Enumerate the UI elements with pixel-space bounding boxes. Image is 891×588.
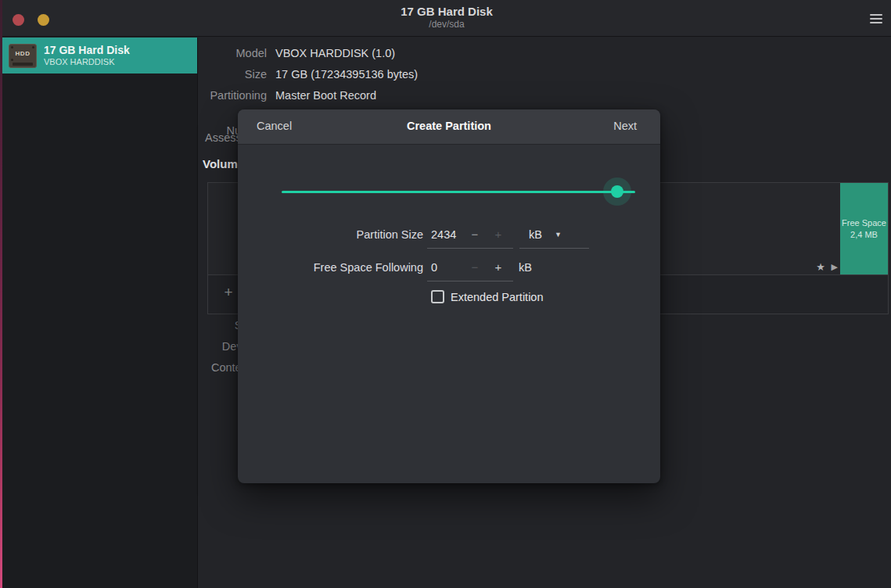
partition-size-minus-button[interactable]: − <box>467 228 483 242</box>
free-space-segment[interactable]: Free Space 2,4 MB <box>840 183 888 274</box>
extended-partition-label[interactable]: Extended Partition <box>451 290 544 304</box>
wallpaper-edge <box>0 0 2 588</box>
free-space-unit-label: kB <box>519 260 532 274</box>
device-text: 17 GB Hard Disk VBOX HARDDISK <box>44 44 130 67</box>
model-value: VBOX HARDDISK (1.0) <box>275 46 395 60</box>
unit-dropdown-value: kB <box>529 228 542 242</box>
unit-dropdown[interactable]: kB ▼ <box>519 228 589 242</box>
partition-size-slider-track[interactable] <box>282 191 635 193</box>
disks-app-window: 17 GB Hard Disk /dev/sda HDD 17 GB Hard … <box>0 0 891 588</box>
hamburger-menu-icon[interactable] <box>870 14 882 23</box>
headerbar: 17 GB Hard Disk /dev/sda <box>2 0 891 37</box>
device-subtitle: VBOX HARDDISK <box>44 57 130 67</box>
free-space-plus-button[interactable]: + <box>490 260 506 274</box>
create-partition-dialog: Cancel Create Partition Next Partition S… <box>238 109 660 483</box>
chevron-down-icon: ▼ <box>555 231 562 238</box>
free-space-underline <box>427 281 513 281</box>
partition-size-label: Partition Size <box>238 228 423 242</box>
size-label: Size <box>199 67 267 81</box>
partition-size-plus-button[interactable]: + <box>490 228 506 242</box>
free-space-following-label: Free Space Following <box>238 260 423 274</box>
sidebar-item-disk[interactable]: HDD 17 GB Hard Disk VBOX HARDDISK <box>2 38 197 74</box>
free-space-label: Free Space <box>842 217 886 229</box>
partitioning-label: Partitioning <box>199 88 267 102</box>
model-label: Model <box>199 46 267 60</box>
partitioning-value: Master Boot Record <box>275 88 376 102</box>
extended-partition-checkbox[interactable] <box>431 290 444 303</box>
header-titles: 17 GB Hard Disk /dev/sda <box>2 5 891 30</box>
play-icon: ▶ <box>832 262 838 272</box>
dialog-title: Create Partition <box>238 120 660 132</box>
partition-size-underline <box>427 248 513 249</box>
device-sidebar: HDD 17 GB Hard Disk VBOX HARDDISK <box>2 38 198 588</box>
unit-dropdown-underline <box>519 248 589 249</box>
size-value: 17 GB (17234395136 bytes) <box>275 67 418 81</box>
dialog-header: Cancel Create Partition Next <box>238 109 660 145</box>
next-button[interactable]: Next <box>613 120 637 132</box>
window-title: 17 GB Hard Disk <box>2 5 891 19</box>
device-title: 17 GB Hard Disk <box>44 44 130 57</box>
window-subtitle: /dev/sda <box>2 19 891 30</box>
add-partition-button[interactable]: + <box>219 284 238 301</box>
hard-disk-icon: HDD <box>9 44 37 68</box>
star-icon: ★ <box>816 261 825 273</box>
free-space-size: 2,4 MB <box>850 229 878 241</box>
free-space-minus-button[interactable]: − <box>467 260 483 274</box>
